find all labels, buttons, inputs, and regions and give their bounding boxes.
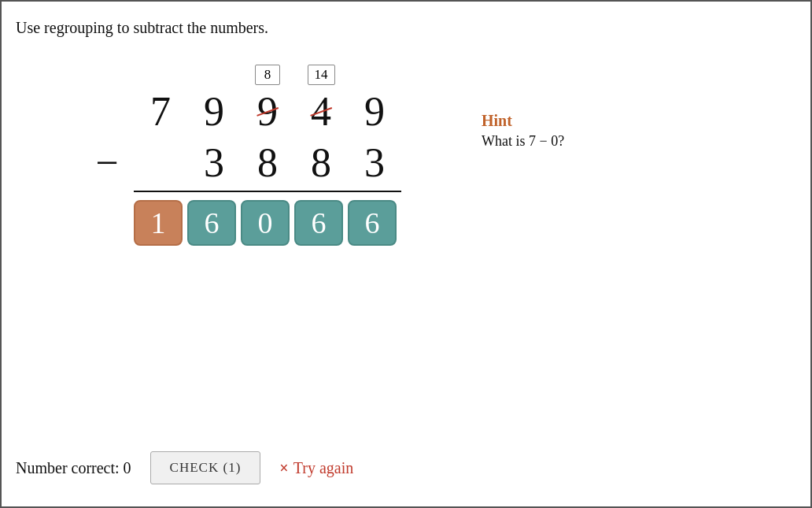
regroup-cell-3: 14 <box>294 65 348 85</box>
regroup-box-8: 8 <box>255 65 280 85</box>
hint-title: Hint <box>482 112 564 130</box>
regroup-box-14: 14 <box>308 65 335 85</box>
bottom-digit-3-last: 3 <box>348 139 401 186</box>
instruction: Use regrouping to subtract the numbers. <box>16 19 268 37</box>
top-number-row: 7 9 9 4 9 <box>80 88 401 135</box>
crossed-9: 9 <box>257 88 278 135</box>
answer-tile-6-3[interactable]: 6 <box>348 200 397 246</box>
top-digit-4-crossed: 4 <box>294 88 348 135</box>
bottom-number-row: − 3 8 8 3 <box>80 139 401 186</box>
top-digit-9-last: 9 <box>348 88 401 135</box>
divider-line <box>134 191 401 192</box>
bottom-digit-8-1: 8 <box>241 139 294 186</box>
regroup-cell-2: 8 <box>241 65 294 85</box>
hint-box: Hint What is 7 − 0? <box>482 112 564 150</box>
top-digit-9-crossed: 9 <box>241 88 294 135</box>
answer-row: 1 6 0 6 6 <box>134 200 401 246</box>
top-digit-9: 9 <box>187 88 241 135</box>
answer-tile-6-2[interactable]: 6 <box>294 200 343 246</box>
regroup-row: 8 14 <box>80 65 401 85</box>
try-again-button[interactable]: × Try again <box>279 459 353 477</box>
math-area: 8 14 7 9 9 4 9 − 3 8 8 3 1 6 0 6 6 <box>80 65 401 246</box>
top-digit-7: 7 <box>134 88 187 135</box>
answer-tile-1[interactable]: 1 <box>134 200 183 246</box>
number-correct-label: Number correct: 0 <box>16 459 131 477</box>
crossed-4: 4 <box>311 88 331 135</box>
bottom-digit-3: 3 <box>187 139 241 186</box>
try-again-x-icon: × <box>279 459 288 477</box>
answer-tile-6-1[interactable]: 6 <box>187 200 236 246</box>
bottom-digit-8-2: 8 <box>294 139 348 186</box>
bottom-bar: Number correct: 0 CHECK (1) × Try again <box>16 451 353 484</box>
check-button[interactable]: CHECK (1) <box>150 451 261 484</box>
try-again-label: Try again <box>293 459 353 477</box>
hint-text: What is 7 − 0? <box>482 133 564 150</box>
answer-tile-0[interactable]: 0 <box>241 200 290 246</box>
minus-sign: − <box>80 139 134 186</box>
